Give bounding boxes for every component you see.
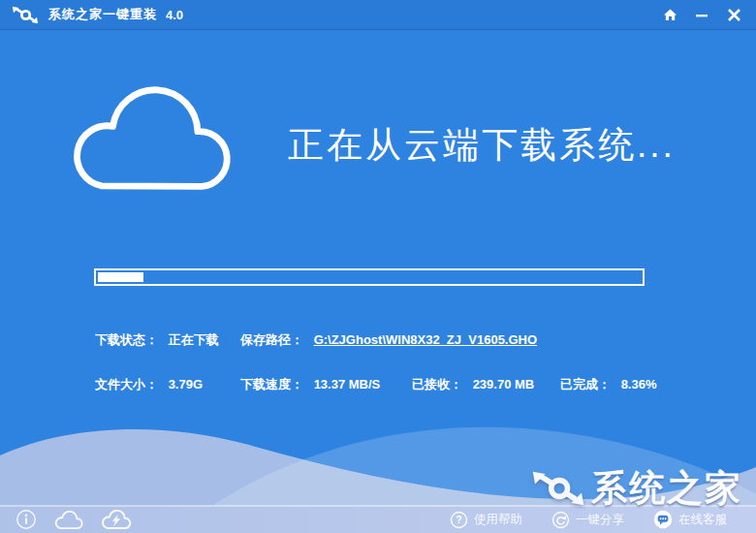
svg-text:?: ? [456,515,461,525]
app-logo-swoosh-icon [12,6,39,24]
save-path-label: 保存路径： [240,332,303,347]
watermark-swoosh-icon [531,470,585,507]
download-speed-field: 下载速度： 13.37 MB/S [240,376,380,393]
share-button[interactable]: 一键分享 [551,511,624,529]
info-step-icon [16,509,37,530]
received-label: 已接收： [412,377,462,392]
app-version: 4.0 [166,8,183,22]
share-label: 一键分享 [576,512,624,528]
title-bar: 系统之家一键重装 4.0 [0,0,756,30]
footer-actions: ? 使用帮助 一键分享 [450,510,727,529]
download-status-value: 正在下载 [169,332,219,347]
help-button[interactable]: ? 使用帮助 [450,511,522,529]
home-icon [663,8,677,21]
close-icon [727,8,741,22]
close-button[interactable] [725,6,742,23]
completed-value: 8.36% [621,377,657,392]
download-speed-value: 13.37 MB/S [314,377,381,392]
step-indicator-icons [16,509,132,530]
completed-field: 已完成： 8.36% [560,376,657,393]
received-field: 已接收： 239.70 MB [412,376,534,393]
share-icon [551,511,570,529]
progress-bar [94,268,645,286]
window-controls [661,6,742,23]
home-button[interactable] [661,6,678,23]
minimize-button[interactable] [693,6,710,23]
file-size-value: 3.79G [169,377,203,392]
help-question-icon: ? [450,511,468,529]
install-lightning-step-icon [101,510,132,529]
file-size-label: 文件大小： [95,377,158,392]
chat-support-icon [653,510,673,529]
support-label: 在线客服 [678,512,727,528]
help-label: 使用帮助 [474,512,522,528]
app-window: 系统之家一键重装 4.0 正在从云端下载系统... [0,0,756,533]
download-status-label: 下载状态： [95,332,158,347]
cloud-download-icon [68,85,235,192]
save-path-link[interactable]: G:\ZJGhost\WIN8X32_ZJ_V1605.GHO [314,332,537,347]
progress-fill [98,272,143,282]
footer-bar: ? 使用帮助 一键分享 [0,506,756,533]
download-speed-label: 下载速度： [240,377,303,392]
support-button[interactable]: 在线客服 [653,510,727,529]
received-value: 239.70 MB [473,377,535,392]
cloud-step-icon [54,511,83,529]
completed-label: 已完成： [560,377,611,392]
download-status-field: 下载状态： 正在下载 [95,331,219,349]
status-heading: 正在从云端下载系统... [288,121,676,170]
app-title: 系统之家一键重装 [48,6,157,23]
minimize-icon [695,8,709,21]
file-size-field: 文件大小： 3.79G [95,376,203,393]
save-path-field: 保存路径： G:\ZJGhost\WIN8X32_ZJ_V1605.GHO [240,331,537,349]
